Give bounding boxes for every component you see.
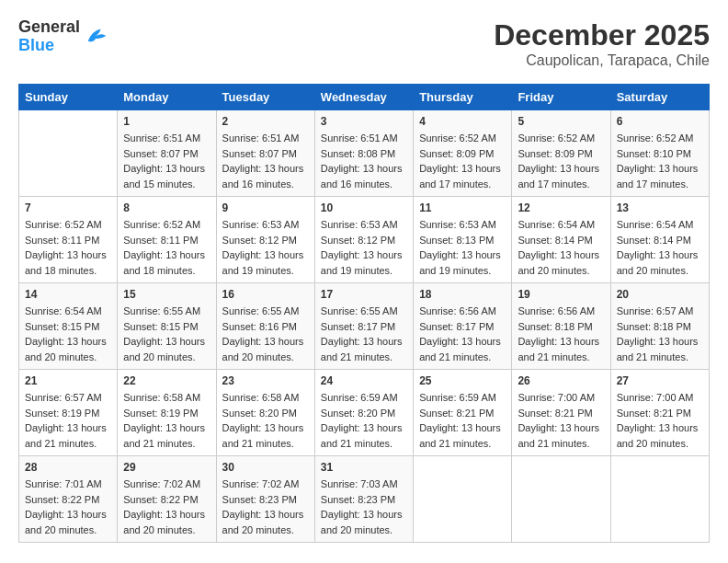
day-info: Sunrise: 6:52 AMSunset: 8:09 PMDaylight:… [518,131,604,191]
day-cell: 2Sunrise: 6:51 AMSunset: 8:07 PMDaylight… [216,110,314,197]
day-number: 9 [222,201,309,214]
day-info: Sunrise: 6:51 AMSunset: 8:07 PMDaylight:… [123,131,210,191]
day-number: 30 [222,461,309,474]
header-monday: Monday [118,85,216,110]
day-info: Sunrise: 6:52 AMSunset: 8:11 PMDaylight:… [25,217,111,278]
day-cell: 24Sunrise: 6:59 AMSunset: 8:20 PMDayligh… [314,370,413,456]
day-info: Sunrise: 7:00 AMSunset: 8:21 PMDaylight:… [518,390,604,451]
day-info: Sunrise: 6:59 AMSunset: 8:21 PMDaylight:… [419,390,506,451]
location-subtitle: Caupolican, Tarapaca, Chile [494,52,710,69]
day-cell: 23Sunrise: 6:58 AMSunset: 8:20 PMDayligh… [216,370,314,456]
day-number: 22 [123,374,210,387]
day-cell: 17Sunrise: 6:55 AMSunset: 8:17 PMDayligh… [314,283,413,370]
header-sunday: Sunday [19,85,118,110]
day-cell: 11Sunrise: 6:53 AMSunset: 8:13 PMDayligh… [414,197,512,283]
day-info: Sunrise: 6:51 AMSunset: 8:08 PMDaylight:… [321,131,407,191]
day-cell: 25Sunrise: 6:59 AMSunset: 8:21 PMDayligh… [414,370,512,456]
day-cell: 1Sunrise: 6:51 AMSunset: 8:07 PMDaylight… [118,110,216,197]
page-header: General Blue December 2025 Caupolican, T… [18,18,710,69]
day-cell: 20Sunrise: 6:57 AMSunset: 8:18 PMDayligh… [610,283,709,370]
day-info: Sunrise: 6:57 AMSunset: 8:18 PMDaylight:… [617,304,703,364]
day-cell: 18Sunrise: 6:56 AMSunset: 8:17 PMDayligh… [414,283,512,370]
day-number: 21 [25,374,111,387]
day-number: 14 [25,288,111,301]
logo: General Blue [18,18,109,55]
day-info: Sunrise: 6:58 AMSunset: 8:19 PMDaylight:… [123,390,210,451]
day-cell: 5Sunrise: 6:52 AMSunset: 8:09 PMDaylight… [512,110,610,197]
day-number: 5 [518,115,604,128]
header-wednesday: Wednesday [314,85,413,110]
day-cell: 15Sunrise: 6:55 AMSunset: 8:15 PMDayligh… [118,283,216,370]
day-info: Sunrise: 7:01 AMSunset: 8:22 PMDaylight:… [25,477,111,537]
day-cell: 31Sunrise: 7:03 AMSunset: 8:23 PMDayligh… [314,456,413,543]
week-row-1: 1Sunrise: 6:51 AMSunset: 8:07 PMDaylight… [19,110,710,197]
day-cell: 29Sunrise: 7:02 AMSunset: 8:22 PMDayligh… [118,456,216,543]
header-friday: Friday [512,85,610,110]
day-info: Sunrise: 6:55 AMSunset: 8:16 PMDaylight:… [222,304,309,364]
day-cell: 10Sunrise: 6:53 AMSunset: 8:12 PMDayligh… [314,197,413,283]
week-row-5: 28Sunrise: 7:01 AMSunset: 8:22 PMDayligh… [19,456,710,543]
day-info: Sunrise: 6:59 AMSunset: 8:20 PMDaylight:… [321,390,407,451]
day-cell [414,456,512,543]
day-number: 24 [321,374,407,387]
day-number: 6 [617,115,703,128]
day-info: Sunrise: 7:00 AMSunset: 8:21 PMDaylight:… [617,390,703,451]
day-info: Sunrise: 6:51 AMSunset: 8:07 PMDaylight:… [222,131,309,191]
header-tuesday: Tuesday [216,85,314,110]
day-cell: 30Sunrise: 7:02 AMSunset: 8:23 PMDayligh… [216,456,314,543]
day-number: 29 [123,461,210,474]
day-cell [512,456,610,543]
day-info: Sunrise: 6:53 AMSunset: 8:12 PMDaylight:… [222,217,309,278]
day-number: 8 [123,201,210,214]
day-info: Sunrise: 6:52 AMSunset: 8:09 PMDaylight:… [419,131,506,191]
day-cell: 19Sunrise: 6:56 AMSunset: 8:18 PMDayligh… [512,283,610,370]
day-cell: 6Sunrise: 6:52 AMSunset: 8:10 PMDaylight… [610,110,709,197]
calendar-table: SundayMondayTuesdayWednesdayThursdayFrid… [18,84,710,543]
day-number: 1 [123,115,210,128]
day-cell: 21Sunrise: 6:57 AMSunset: 8:19 PMDayligh… [19,370,118,456]
day-number: 7 [25,201,111,214]
day-number: 11 [419,201,506,214]
week-row-2: 7Sunrise: 6:52 AMSunset: 8:11 PMDaylight… [19,197,710,283]
day-number: 31 [321,461,407,474]
day-cell: 8Sunrise: 6:52 AMSunset: 8:11 PMDaylight… [118,197,216,283]
day-info: Sunrise: 6:53 AMSunset: 8:12 PMDaylight:… [321,217,407,278]
day-number: 27 [617,374,703,387]
day-number: 12 [518,201,604,214]
day-number: 2 [222,115,309,128]
month-title: December 2025 [494,18,710,52]
day-number: 28 [25,461,111,474]
day-number: 13 [617,201,703,214]
day-number: 18 [419,288,506,301]
week-row-4: 21Sunrise: 6:57 AMSunset: 8:19 PMDayligh… [19,370,710,456]
header-row: SundayMondayTuesdayWednesdayThursdayFrid… [19,85,710,110]
day-number: 25 [419,374,506,387]
day-info: Sunrise: 6:58 AMSunset: 8:20 PMDaylight:… [222,390,309,451]
day-info: Sunrise: 6:54 AMSunset: 8:14 PMDaylight:… [617,217,703,278]
day-cell: 14Sunrise: 6:54 AMSunset: 8:15 PMDayligh… [19,283,118,370]
day-cell: 3Sunrise: 6:51 AMSunset: 8:08 PMDaylight… [314,110,413,197]
day-info: Sunrise: 6:57 AMSunset: 8:19 PMDaylight:… [25,390,111,451]
day-cell: 13Sunrise: 6:54 AMSunset: 8:14 PMDayligh… [610,197,709,283]
day-cell: 22Sunrise: 6:58 AMSunset: 8:19 PMDayligh… [118,370,216,456]
day-info: Sunrise: 6:53 AMSunset: 8:13 PMDaylight:… [419,217,506,278]
day-info: Sunrise: 7:02 AMSunset: 8:23 PMDaylight:… [222,477,309,537]
day-number: 26 [518,374,604,387]
day-cell [19,110,118,197]
day-cell: 4Sunrise: 6:52 AMSunset: 8:09 PMDaylight… [414,110,512,197]
day-cell: 9Sunrise: 6:53 AMSunset: 8:12 PMDaylight… [216,197,314,283]
day-info: Sunrise: 7:02 AMSunset: 8:22 PMDaylight:… [123,477,210,537]
day-cell: 26Sunrise: 7:00 AMSunset: 8:21 PMDayligh… [512,370,610,456]
day-number: 20 [617,288,703,301]
day-cell: 27Sunrise: 7:00 AMSunset: 8:21 PMDayligh… [610,370,709,456]
day-info: Sunrise: 6:55 AMSunset: 8:17 PMDaylight:… [321,304,407,364]
header-saturday: Saturday [610,85,709,110]
day-number: 4 [419,115,506,128]
logo-bird-icon [84,24,109,50]
day-number: 23 [222,374,309,387]
day-number: 15 [123,288,210,301]
day-cell: 28Sunrise: 7:01 AMSunset: 8:22 PMDayligh… [19,456,118,543]
day-info: Sunrise: 6:52 AMSunset: 8:11 PMDaylight:… [123,217,210,278]
day-info: Sunrise: 6:54 AMSunset: 8:14 PMDaylight:… [518,217,604,278]
day-number: 10 [321,201,407,214]
